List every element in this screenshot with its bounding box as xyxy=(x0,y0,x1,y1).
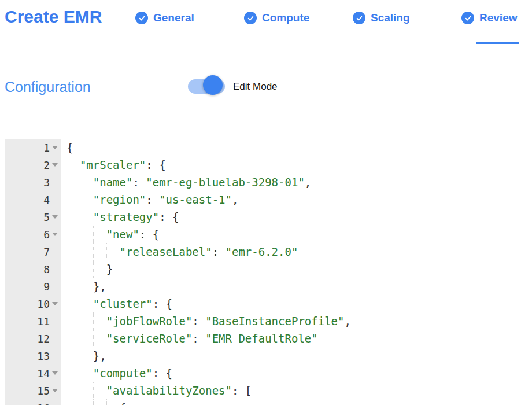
line-number: 7 xyxy=(43,246,50,258)
indent-guide xyxy=(80,382,80,399)
check-circle-icon xyxy=(135,12,148,24)
code-line[interactable]: "strategy": { xyxy=(61,208,532,226)
wizard-header: Create EMR General Compute Scaling Revie… xyxy=(0,0,532,45)
line-number: 6 xyxy=(43,229,50,241)
gutter-line: 7 xyxy=(5,243,61,260)
indent-guide xyxy=(80,347,80,365)
editor-code[interactable]: {"mrScaler": {"name": "emr-eg-bluelab-32… xyxy=(61,139,532,405)
check-circle-icon xyxy=(353,12,365,24)
toggle-knob xyxy=(203,75,223,95)
indent-guide xyxy=(80,278,80,295)
code-line[interactable]: "mrScaler": { xyxy=(61,156,532,174)
json-editor[interactable]: 12345678910111213141516 {"mrScaler": {"n… xyxy=(5,139,532,405)
indent-guide xyxy=(80,191,80,208)
indent-guide xyxy=(106,243,107,260)
check-circle-icon xyxy=(244,12,257,24)
fold-caret-icon[interactable] xyxy=(52,233,58,236)
code-line[interactable]: }, xyxy=(61,347,532,365)
gutter-line: 14 xyxy=(5,365,61,382)
indent-guide xyxy=(93,382,94,399)
code-line[interactable]: }, xyxy=(61,278,532,295)
code-line[interactable]: "new": { xyxy=(61,226,532,243)
indent-guide xyxy=(93,312,94,330)
gutter-line: 12 xyxy=(5,330,61,347)
code-line[interactable]: } xyxy=(61,260,532,278)
gutter-line: 13 xyxy=(5,347,61,365)
gutter-line: 15 xyxy=(5,382,61,399)
fold-caret-icon[interactable] xyxy=(52,215,58,219)
create-emr-page: Create EMR General Compute Scaling Revie… xyxy=(0,0,532,405)
indent-guide xyxy=(93,226,94,243)
indent-guide xyxy=(80,208,80,226)
code-line[interactable]: { xyxy=(61,399,532,405)
code-line[interactable]: "releaseLabel": "emr-6.2.0" xyxy=(61,243,532,260)
indent-guide xyxy=(80,260,80,278)
tab-label: General xyxy=(153,12,194,24)
line-number: 8 xyxy=(43,263,50,275)
code-line[interactable]: "availabilityZones": [ xyxy=(61,382,532,399)
fold-caret-icon[interactable] xyxy=(52,371,58,375)
line-number: 12 xyxy=(37,333,50,345)
section-divider xyxy=(0,119,532,119)
gutter-line: 11 xyxy=(5,312,61,330)
check-circle-icon xyxy=(461,12,474,24)
tab-label: Review xyxy=(479,12,517,24)
edit-mode-toggle[interactable] xyxy=(188,75,227,95)
fold-caret-icon[interactable] xyxy=(52,163,58,167)
code-line[interactable]: { xyxy=(61,139,532,156)
fold-caret-icon[interactable] xyxy=(52,146,58,149)
indent-guide xyxy=(106,399,107,405)
gutter-line: 5 xyxy=(5,208,61,226)
line-number: 11 xyxy=(37,315,50,327)
indent-guide xyxy=(80,399,80,405)
indent-guide xyxy=(93,399,94,405)
line-number: 16 xyxy=(37,402,50,405)
line-number: 1 xyxy=(43,142,50,154)
tab-review[interactable]: Review xyxy=(461,12,517,24)
indent-guide xyxy=(93,330,94,347)
line-number: 2 xyxy=(43,159,50,171)
gutter-line: 10 xyxy=(5,295,61,312)
indent-guide xyxy=(93,260,94,278)
page-title: Create EMR xyxy=(5,7,102,27)
code-line[interactable]: "region": "us-east-1", xyxy=(61,191,532,208)
line-number: 10 xyxy=(37,298,50,310)
indent-guide xyxy=(80,174,80,191)
indent-guide xyxy=(80,226,80,243)
line-number: 9 xyxy=(43,281,50,293)
indent-guide xyxy=(80,243,80,260)
line-number: 4 xyxy=(43,194,50,206)
gutter-line: 1 xyxy=(5,139,61,156)
fold-caret-icon[interactable] xyxy=(52,302,58,305)
section-title-configuration: Configuration xyxy=(5,79,91,95)
line-number: 5 xyxy=(43,211,50,223)
gutter-line: 3 xyxy=(5,174,61,191)
code-line[interactable]: "compute": { xyxy=(61,365,532,382)
line-number: 15 xyxy=(37,385,50,397)
gutter-line: 16 xyxy=(5,399,61,405)
code-line[interactable]: "jobFlowRole": "BaseInstanceProfile", xyxy=(61,312,532,330)
indent-guide xyxy=(80,295,80,312)
gutter-line: 8 xyxy=(5,260,61,278)
edit-mode-label: Edit Mode xyxy=(233,81,278,93)
line-number: 3 xyxy=(43,176,50,189)
line-number: 14 xyxy=(37,367,50,380)
active-tab-indicator xyxy=(476,42,519,44)
tab-compute[interactable]: Compute xyxy=(244,12,309,24)
tab-label: Compute xyxy=(262,12,309,24)
line-number: 13 xyxy=(37,350,50,362)
gutter-line: 4 xyxy=(5,191,61,208)
fold-caret-icon[interactable] xyxy=(52,389,58,392)
code-line[interactable]: "serviceRole": "EMR_DefaultRole" xyxy=(61,330,532,347)
tab-general[interactable]: General xyxy=(135,12,194,24)
code-line[interactable]: "name": "emr-eg-bluelab-3298-01", xyxy=(61,174,532,191)
tab-label: Scaling xyxy=(371,12,410,24)
gutter-line: 2 xyxy=(5,156,61,174)
indent-guide xyxy=(93,243,94,260)
tab-scaling[interactable]: Scaling xyxy=(353,12,410,24)
indent-guide xyxy=(80,312,80,330)
indent-guide xyxy=(80,365,80,382)
editor-gutter: 12345678910111213141516 xyxy=(5,139,61,405)
code-line[interactable]: "cluster": { xyxy=(61,295,532,312)
gutter-line: 9 xyxy=(5,278,61,295)
